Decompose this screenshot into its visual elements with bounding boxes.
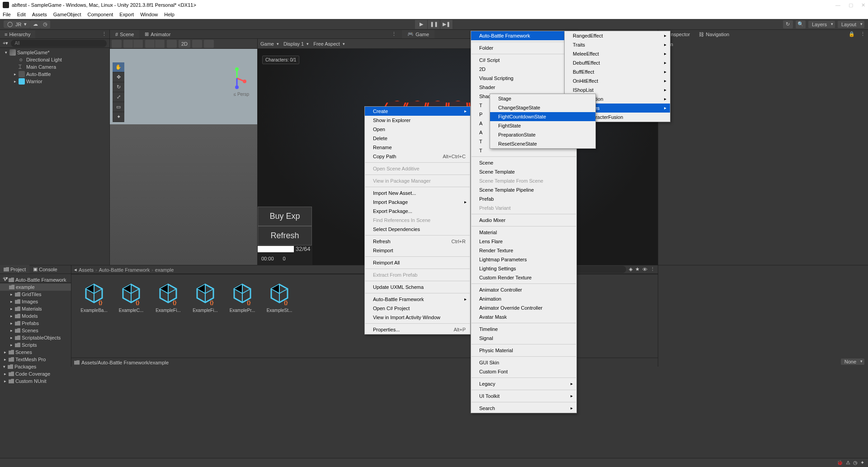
step-button[interactable]: ▶❚ [440,20,453,29]
menu-item[interactable]: Scene [471,158,576,167]
menu-item[interactable]: C# Script [471,56,576,65]
panel-menu-icon[interactable]: ⋮ [389,30,399,38]
menu-assets[interactable]: Assets [32,12,47,17]
rotate-tool[interactable]: ↻ [113,82,124,92]
shading-dropdown[interactable] [167,40,177,48]
menu-item[interactable]: Rename [365,143,470,152]
menu-item[interactable]: Physic Material [471,346,576,355]
add-button[interactable]: +▾ [3,40,8,46]
menu-item[interactable]: Delete [365,134,470,143]
asset-item[interactable]: {}ExampleSt... [263,281,296,351]
menu-item[interactable]: Search [471,404,576,413]
persp-label[interactable]: ≤ Persp [234,92,249,97]
menu-item[interactable]: DebuffEffect [565,58,670,67]
menu-item[interactable]: Properties...Alt+P [365,325,470,334]
folder-item[interactable]: ▸Code Coverage [0,370,71,377]
lighting-toggle[interactable] [192,40,202,48]
folder-item[interactable]: ▸GridTiles [0,291,71,298]
menu-edit[interactable]: Edit [17,12,26,17]
menu-item[interactable]: Audio Mixer [471,216,576,225]
minimize-button[interactable]: — [835,2,840,8]
menu-item[interactable]: Legacy [471,379,576,388]
game-tab[interactable]: 🎮Game [402,30,434,38]
undo-history-button[interactable]: ↻ [783,20,793,28]
scene-view[interactable]: 2D ✋ ✥ ↻ ⤢ ▭ ✦ [110,39,258,265]
project-tab[interactable]: Project [0,265,29,274]
menu-item[interactable]: Avatar Mask [471,312,576,321]
menu-item[interactable]: Stage [490,94,595,103]
menu-gameobject[interactable]: GameObject [53,12,81,17]
menu-item[interactable]: Open C# Project [365,304,470,313]
maximize-button[interactable]: ▢ [849,2,853,8]
folder-item[interactable]: ▸Images [0,298,71,305]
move-tool[interactable]: ✥ [113,72,124,82]
hierarchy-item-warrior[interactable]: ▸Warrior [0,78,109,85]
menu-item[interactable]: Lighting Settings [471,264,576,273]
asset-item[interactable]: {}ExampleFi... [152,281,184,351]
asset-item[interactable]: {}ExamplePr... [226,281,259,351]
game-dropdown[interactable]: Game [260,41,279,47]
console-tab[interactable]: ▣Console [29,265,61,274]
menu-component[interactable]: Component [87,12,113,17]
tool-dropdown[interactable] [112,40,122,48]
hierarchy-item[interactable]: ⌶Main Camera [0,63,109,71]
menu-item[interactable]: ChangeStageState [490,103,595,112]
layers-dropdown[interactable]: Layers [808,21,835,28]
hierarchy-tab[interactable]: ≡Hierarchy [0,30,35,38]
menu-item[interactable]: FightState [490,121,595,130]
folder-item[interactable]: ▸TextMesh Pro [0,356,71,363]
asset-item[interactable]: {}ExampleBa... [78,281,110,351]
menu-item[interactable]: 2D [471,65,576,74]
folder-item[interactable]: ▸Scenes [0,349,71,356]
grid-button[interactable] [145,40,155,48]
display-dropdown[interactable]: Display 1 [283,41,309,47]
2d-toggle[interactable]: 2D [179,40,190,48]
panel-menu-icon[interactable]: ⋮ [99,31,109,37]
snap-button[interactable] [155,40,165,48]
settings-button[interactable]: ◷ [40,20,50,28]
menu-item[interactable]: Custom Font [471,367,576,376]
menu-item[interactable]: Folder [471,43,576,52]
folder-item[interactable]: ▸Scenes [0,327,71,334]
menu-item[interactable]: Traits [565,40,670,49]
account-dropdown[interactable]: ◯ JR ▾ [4,20,30,28]
hierarchy-search[interactable] [11,40,107,47]
menu-item[interactable]: Visual Scripting [471,74,576,83]
menu-item[interactable]: Animator Controller [471,285,576,294]
close-button[interactable]: ✕ [861,2,865,8]
audio-toggle[interactable] [204,40,214,48]
menu-item[interactable]: View in Import Activity Window [365,313,470,322]
search-button[interactable]: 🔍 [796,20,806,28]
menu-item[interactable]: Animator Override Controller [471,303,576,312]
menu-item[interactable]: RangedEffect [565,31,670,40]
menu-item[interactable]: Lens Flare [471,237,576,246]
menu-item[interactable]: Scene Template Pipeline [471,185,576,194]
panel-menu-icon[interactable]: ⋮ [858,30,868,39]
scale-tool[interactable]: ⤢ [113,92,124,102]
asset-bundle-dropdown[interactable]: None [841,359,864,365]
menu-item[interactable]: Auto-Battle Framework [471,31,576,40]
folder-item[interactable]: ▸ScriptableObjects [0,334,71,341]
aspect-dropdown[interactable]: Free Aspect [313,41,345,47]
panel-menu-icon[interactable]: ⋮ [650,266,655,272]
menu-help[interactable]: Help [164,12,175,17]
menu-item[interactable]: UI Toolkit [471,392,576,401]
asset-item[interactable]: {}ExampleFi... [189,281,222,351]
refresh-button[interactable]: Refresh [258,226,312,245]
menu-item[interactable]: GUI Skin [471,358,576,367]
menu-item[interactable]: Scene Template [471,167,576,176]
layout-dropdown[interactable]: Layout [838,21,864,28]
menu-item[interactable]: Export Package... [365,207,470,216]
menu-item[interactable]: Shader [471,83,576,92]
animator-tab[interactable]: ⊞Animator [139,30,176,38]
menu-item[interactable]: OnHitEffect [565,76,670,85]
status-icon[interactable]: ⚠ [846,460,850,466]
menu-item[interactable]: Animation [471,294,576,303]
menu-item[interactable]: Update UXML Schema [365,283,470,292]
pause-button[interactable]: ❚❚ [428,20,440,29]
menu-item[interactable]: Material [471,228,576,237]
menu-item[interactable]: Lightmap Parameters [471,255,576,264]
folder-item[interactable]: ▸Custom NUnit [0,377,71,385]
status-icon[interactable]: ✦ [860,460,864,466]
scene-root[interactable]: ▾SampleGame* [0,49,109,56]
